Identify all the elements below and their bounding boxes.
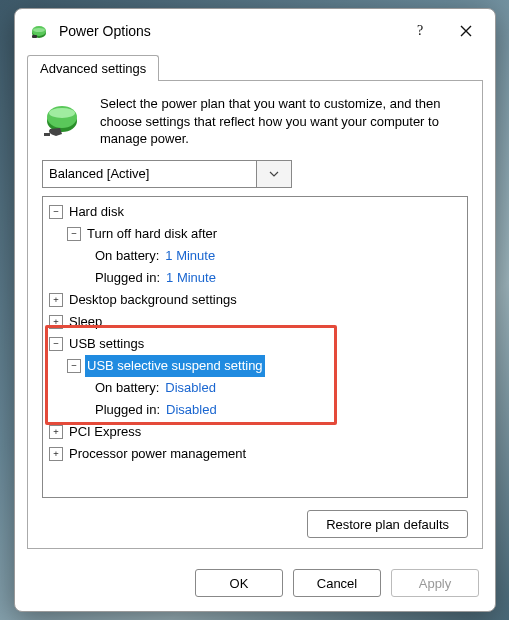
tab-panel: Select the power plan that you want to c…	[27, 80, 483, 549]
svg-text:?: ?	[417, 24, 423, 38]
svg-point-2	[33, 28, 45, 32]
collapse-icon[interactable]: −	[67, 227, 81, 241]
tree-item-usb-selective-suspend[interactable]: −USB selective suspend setting	[45, 355, 465, 377]
tree-item-turn-off-hard-disk[interactable]: −Turn off hard disk after	[45, 223, 465, 245]
restore-plan-defaults-button[interactable]: Restore plan defaults	[307, 510, 468, 538]
window-title: Power Options	[59, 23, 397, 39]
apply-button[interactable]: Apply	[391, 569, 479, 597]
battery-plug-icon	[42, 95, 86, 139]
expand-icon[interactable]: +	[49, 293, 63, 307]
svg-point-7	[49, 108, 75, 118]
tree-value-row[interactable]: On battery:Disabled	[45, 377, 465, 399]
tree-value-row[interactable]: Plugged in:1 Minute	[45, 267, 465, 289]
tree-item-pci-express[interactable]: +PCI Express	[45, 421, 465, 443]
expand-icon[interactable]: +	[49, 425, 63, 439]
collapse-icon[interactable]: −	[67, 359, 81, 373]
chevron-down-icon	[256, 161, 291, 187]
value-link[interactable]: Disabled	[165, 377, 216, 399]
tree-value-row[interactable]: Plugged in:Disabled	[45, 399, 465, 421]
power-plan-select[interactable]: Balanced [Active]	[42, 160, 292, 188]
value-link[interactable]: 1 Minute	[165, 245, 215, 267]
tree-item-hard-disk[interactable]: −Hard disk	[45, 201, 465, 223]
ok-button[interactable]: OK	[195, 569, 283, 597]
tab-advanced-settings[interactable]: Advanced settings	[27, 55, 159, 81]
tree-item-usb-settings[interactable]: −USB settings	[45, 333, 465, 355]
expand-icon[interactable]: +	[49, 315, 63, 329]
power-plan-value: Balanced [Active]	[43, 166, 155, 181]
power-options-icon	[29, 21, 49, 41]
tree-value-row[interactable]: On battery:1 Minute	[45, 245, 465, 267]
help-button[interactable]: ?	[397, 14, 443, 48]
tab-strip: Advanced settings	[27, 53, 483, 81]
settings-tree[interactable]: −Hard disk −Turn off hard disk after On …	[42, 196, 468, 498]
titlebar: Power Options ?	[15, 9, 495, 53]
svg-rect-8	[44, 133, 50, 136]
tree-item-sleep[interactable]: +Sleep	[45, 311, 465, 333]
collapse-icon[interactable]: −	[49, 337, 63, 351]
collapse-icon[interactable]: −	[49, 205, 63, 219]
expand-icon[interactable]: +	[49, 447, 63, 461]
tree-item-processor-power[interactable]: +Processor power management	[45, 443, 465, 465]
tree-item-desktop-background[interactable]: +Desktop background settings	[45, 289, 465, 311]
power-options-dialog: Power Options ? Advanced settings	[14, 8, 496, 612]
intro-text: Select the power plan that you want to c…	[100, 95, 468, 148]
value-link[interactable]: Disabled	[166, 399, 217, 421]
svg-rect-3	[32, 35, 37, 38]
close-button[interactable]	[443, 14, 489, 48]
cancel-button[interactable]: Cancel	[293, 569, 381, 597]
value-link[interactable]: 1 Minute	[166, 267, 216, 289]
dialog-footer: OK Cancel Apply	[15, 559, 495, 611]
